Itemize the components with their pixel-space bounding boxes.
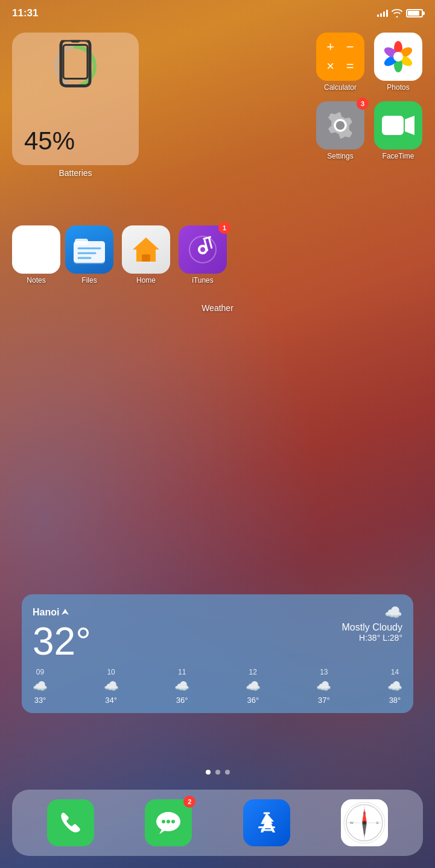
- notes-icon: [12, 225, 60, 274]
- weather-widget[interactable]: Hanoi ☁️ 32° Mostly Cloudy H:38° L:28° 0…: [22, 594, 413, 713]
- svg-text:N: N: [363, 811, 366, 815]
- svg-point-40: [363, 821, 366, 825]
- home-label: Home: [136, 276, 156, 285]
- app-item-home[interactable]: Home: [122, 225, 170, 285]
- signal-bars-icon: [377, 10, 388, 17]
- page-dot-2[interactable]: [215, 770, 220, 775]
- app-item-photos[interactable]: Photos: [373, 33, 423, 92]
- dock-app-appstore[interactable]: [243, 799, 290, 846]
- forecast-11: 11 ☁️ 36°: [174, 668, 189, 705]
- location-icon: [62, 609, 69, 616]
- photos-icon: [374, 33, 422, 81]
- dock-app-phone[interactable]: [47, 799, 94, 846]
- app-item-files[interactable]: Files: [65, 225, 113, 285]
- svg-text:E: E: [376, 821, 379, 825]
- settings-badge: 3: [357, 98, 369, 110]
- page-dots: [206, 770, 230, 775]
- svg-rect-4: [63, 45, 87, 79]
- weather-city: Hanoi: [33, 607, 69, 618]
- weather-header: Hanoi ☁️: [33, 604, 402, 621]
- weather-temperature: 32°: [33, 622, 91, 661]
- dock: 2: [12, 790, 423, 856]
- page-dot-3[interactable]: [225, 770, 230, 775]
- dock-app-messages[interactable]: 2: [145, 799, 192, 846]
- batteries-widget[interactable]: 45%: [12, 33, 139, 165]
- app-item-itunes[interactable]: 1 iTunes: [179, 225, 227, 285]
- status-time: 11:31: [12, 7, 38, 19]
- app-item-settings[interactable]: 3 Settings: [316, 101, 365, 160]
- facetime-icon: [374, 101, 422, 149]
- svg-rect-18: [75, 239, 88, 245]
- messages-badge: 2: [183, 796, 195, 808]
- phone-icon: [47, 799, 94, 846]
- svg-text:S: S: [363, 831, 366, 834]
- files-label: Files: [81, 276, 97, 285]
- settings-label: Settings: [327, 152, 353, 160]
- svg-marker-15: [405, 116, 414, 135]
- itunes-badge: 1: [218, 222, 230, 234]
- forecast-13: 13 ☁️ 37°: [316, 668, 331, 705]
- status-icons: [377, 9, 423, 17]
- weather-cloud-icon: ☁️: [384, 604, 402, 621]
- app-row-2: Notes Files Home: [12, 225, 423, 285]
- wifi-icon: [392, 9, 402, 17]
- svg-point-11: [393, 52, 403, 61]
- app-item-notes[interactable]: Notes: [12, 225, 60, 285]
- calculator-label: Calculator: [324, 83, 357, 92]
- weather-description: Mostly Cloudy H:38° L:28°: [342, 622, 402, 643]
- status-bar: 11:31: [0, 0, 435, 27]
- app-item-calculator[interactable]: + − × = Calculator: [316, 33, 365, 92]
- appstore-icon: [243, 799, 290, 846]
- svg-point-32: [171, 820, 175, 823]
- weather-widget-container: Hanoi ☁️ 32° Mostly Cloudy H:38° L:28° 0…: [10, 299, 425, 313]
- dock-app-safari[interactable]: N S E W: [341, 799, 388, 846]
- weather-forecast: 09 ☁️ 33° 10 ☁️ 34° 11 ☁️ 36° 12 ☁️ 36° …: [33, 668, 402, 705]
- batteries-widget-label: Batteries: [59, 168, 92, 178]
- files-icon: [65, 225, 113, 274]
- page-dot-1[interactable]: [206, 770, 211, 775]
- home-icon: [122, 225, 170, 274]
- battery-circle: [51, 42, 100, 90]
- forecast-10: 10 ☁️ 34°: [104, 668, 119, 705]
- notes-label: Notes: [27, 276, 45, 285]
- itunes-icon: [179, 225, 227, 274]
- battery-phone-icon: [51, 40, 100, 93]
- itunes-label: iTunes: [192, 276, 214, 285]
- svg-marker-29: [159, 828, 167, 834]
- forecast-09: 09 ☁️ 33°: [33, 668, 48, 705]
- battery-icon: [406, 9, 423, 17]
- calculator-icon: + − × =: [316, 33, 364, 81]
- svg-point-23: [200, 247, 205, 252]
- forecast-14: 14 ☁️ 38°: [387, 668, 402, 705]
- app-grid-top: + − × = Calculator Photos: [316, 33, 423, 160]
- svg-point-31: [167, 820, 170, 823]
- weather-widget-label: Weather: [202, 303, 233, 313]
- svg-rect-33: [258, 826, 275, 828]
- app-item-facetime[interactable]: FaceTime: [373, 101, 423, 160]
- forecast-12: 12 ☁️ 36°: [246, 668, 261, 705]
- svg-rect-14: [382, 116, 404, 135]
- svg-marker-27: [62, 609, 69, 615]
- weather-main: 32° Mostly Cloudy H:38° L:28°: [33, 622, 402, 661]
- svg-rect-3: [71, 40, 80, 43]
- svg-text:W: W: [350, 821, 354, 825]
- photos-label: Photos: [387, 83, 409, 92]
- svg-rect-20: [142, 254, 150, 262]
- facetime-label: FaceTime: [383, 152, 414, 160]
- battery-percent: 45%: [22, 127, 129, 156]
- safari-icon: N S E W: [341, 799, 388, 846]
- svg-point-30: [162, 820, 165, 823]
- weather-high: H:38° L:28°: [342, 633, 402, 643]
- settings-icon: [316, 101, 364, 149]
